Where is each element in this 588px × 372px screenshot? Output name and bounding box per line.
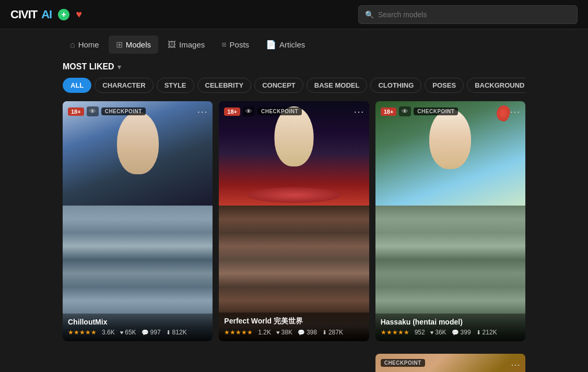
card-stats-1: ★★★★★ 3.6K ♥ 65K 💬 997 ⬇ 812K: [68, 329, 207, 336]
card-badges-3: 18+ 👁 CHECKPOINT: [381, 106, 458, 116]
card-image-3: [375, 101, 525, 206]
card-menu-1[interactable]: ⋯: [197, 106, 207, 117]
downloads-3: ⬇ 212K: [476, 329, 497, 336]
nav-articles[interactable]: 📄 Articles: [258, 35, 312, 54]
eye-badge-1[interactable]: 👁: [87, 106, 99, 116]
stars-2: ★★★★★: [224, 329, 253, 336]
tab-all[interactable]: ALL: [63, 78, 91, 93]
logo-ai: AI: [41, 8, 52, 21]
nav-posts-label: Posts: [230, 40, 250, 49]
comments-count-3: 399: [461, 329, 471, 336]
filter-tabs: ALL CHARACTER STYLE CELEBRITY CONCEPT BA…: [63, 78, 525, 93]
downloads-count-2: 287K: [328, 329, 343, 336]
rating-2: 1.2K: [258, 329, 271, 336]
card-badges-1: 18+ 👁 CHECKPOINT: [68, 106, 146, 116]
type-badge-4: CHECKPOINT: [381, 359, 425, 367]
heart-icon-1: ♥: [120, 329, 124, 335]
tab-poses[interactable]: POSES: [425, 78, 464, 93]
type-badge-2: CHECKPOINT: [257, 107, 302, 115]
stars-3: ★★★★★: [381, 329, 409, 336]
chevron-down-icon: ▾: [117, 63, 121, 71]
card-fourth[interactable]: CHECKPOINT ⋯: [375, 354, 525, 372]
download-icon-2: ⬇: [322, 329, 327, 336]
type-badge-1: CHECKPOINT: [101, 107, 146, 115]
logo: CIVITAI: [10, 8, 52, 21]
nav-images-label: Images: [179, 40, 205, 49]
nav-images[interactable]: 🖼 Images: [160, 36, 212, 54]
card-chilloutmix[interactable]: 18+ 👁 CHECKPOINT ⋯ ChilloutMix ★★★★★ 3.6…: [63, 101, 213, 341]
card-stats-3: ★★★★★ 952 ♥ 36K 💬 399 ⬇ 212K: [381, 329, 520, 336]
likes-count-3: 36K: [435, 329, 446, 336]
card-menu-2[interactable]: ⋯: [354, 106, 364, 117]
sort-label: MOST LIKED: [63, 62, 114, 71]
cards-row-2: CHECKPOINT ⋯: [0, 341, 588, 372]
downloads-1: ⬇ 812K: [166, 329, 187, 336]
nav-home[interactable]: ⌂ Home: [63, 36, 107, 54]
rating-3: 952: [415, 329, 425, 336]
likes-count-2: 38K: [281, 329, 292, 336]
card-badges-2: 18+ 👁 CHECKPOINT: [224, 106, 302, 116]
card-image-1: [63, 101, 213, 206]
tab-celebrity[interactable]: CELEBRITY: [197, 78, 252, 93]
articles-icon: 📄: [266, 40, 276, 50]
comment-icon-3: 💬: [452, 329, 459, 336]
search-icon: 🔍: [365, 10, 374, 19]
nav-posts[interactable]: ≡ Posts: [214, 36, 256, 54]
tab-character[interactable]: CHARACTER: [95, 78, 153, 93]
card-title-2: Perfect World 完美世界: [224, 317, 363, 326]
eye-badge-2[interactable]: 👁: [243, 106, 255, 116]
likes-count-1: 65K: [125, 329, 136, 336]
age-badge-3: 18+: [381, 107, 397, 116]
card-menu-4[interactable]: ⋯: [511, 359, 520, 370]
age-badge-2: 18+: [224, 107, 240, 116]
stars-1: ★★★★★: [68, 329, 97, 336]
downloads-count-3: 212K: [483, 329, 497, 336]
nav-articles-label: Articles: [279, 40, 305, 49]
type-badge-3: CHECKPOINT: [414, 107, 458, 115]
comment-icon-1: 💬: [142, 329, 149, 336]
card-title-1: ChilloutMix: [68, 318, 207, 326]
cards-grid: 18+ 👁 CHECKPOINT ⋯ ChilloutMix ★★★★★ 3.6…: [0, 93, 588, 341]
tab-background[interactable]: BACKGROUND: [467, 78, 525, 93]
tab-clothing[interactable]: CLOTHING: [370, 78, 421, 93]
models-icon: ⊞: [116, 40, 123, 50]
home-icon: ⌂: [70, 40, 75, 50]
sort-selector[interactable]: MOST LIKED ▾: [63, 62, 525, 71]
card-stats-2: ★★★★★ 1.2K ♥ 38K 💬 398 ⬇ 287K: [224, 329, 363, 336]
card-fourth-badges: CHECKPOINT: [381, 359, 425, 367]
add-button[interactable]: +: [58, 9, 69, 20]
card-footer-1: ChilloutMix ★★★★★ 3.6K ♥ 65K 💬 997 ⬇ 812…: [63, 314, 213, 341]
heart-icon-3: ♥: [430, 329, 434, 335]
comments-3: 💬 399: [452, 329, 471, 336]
card-footer-2: Perfect World 完美世界 ★★★★★ 1.2K ♥ 38K 💬 39…: [219, 313, 369, 341]
heart-icon-2: ♥: [276, 329, 280, 335]
nav-models[interactable]: ⊞ Models: [109, 35, 158, 54]
posts-icon: ≡: [221, 40, 226, 50]
search-input[interactable]: [378, 10, 571, 19]
nav-models-label: Models: [126, 40, 151, 49]
card-title-3: Hassaku (hentai model): [381, 318, 520, 326]
logo-civit: CIVIT: [10, 8, 37, 21]
likes-3: ♥ 36K: [430, 329, 446, 336]
eye-badge-3[interactable]: 👁: [399, 106, 411, 116]
card-perfect-world[interactable]: 18+ 👁 CHECKPOINT ⋯ Perfect World 完美世界 ★★…: [219, 101, 369, 341]
tab-style[interactable]: STYLE: [157, 78, 194, 93]
favorites-button[interactable]: ♥: [76, 8, 82, 20]
likes-2: ♥ 38K: [276, 329, 292, 336]
age-badge-1: 18+: [68, 107, 84, 116]
tab-concept[interactable]: CONCEPT: [254, 78, 303, 93]
comments-count-2: 398: [307, 329, 317, 336]
header: CIVITAI + ♥ 🔍: [0, 0, 588, 29]
downloads-count-1: 812K: [172, 329, 187, 336]
tab-base-model[interactable]: BASE MODEL: [307, 78, 368, 93]
card-menu-3[interactable]: ⋯: [510, 106, 520, 117]
nav-home-label: Home: [78, 40, 99, 49]
comments-count-1: 997: [150, 329, 161, 336]
comments-2: 💬 398: [298, 329, 317, 336]
download-icon-1: ⬇: [166, 329, 171, 336]
card-footer-3: Hassaku (hentai model) ★★★★★ 952 ♥ 36K 💬…: [375, 314, 525, 341]
comment-icon-2: 💬: [298, 329, 305, 336]
filter-bar: MOST LIKED ▾ ALL CHARACTER STYLE CELEBRI…: [0, 60, 588, 93]
card-hassaku[interactable]: 18+ 👁 CHECKPOINT ⋯ Hassaku (hentai model…: [375, 101, 525, 341]
card-image-2: [219, 101, 369, 206]
